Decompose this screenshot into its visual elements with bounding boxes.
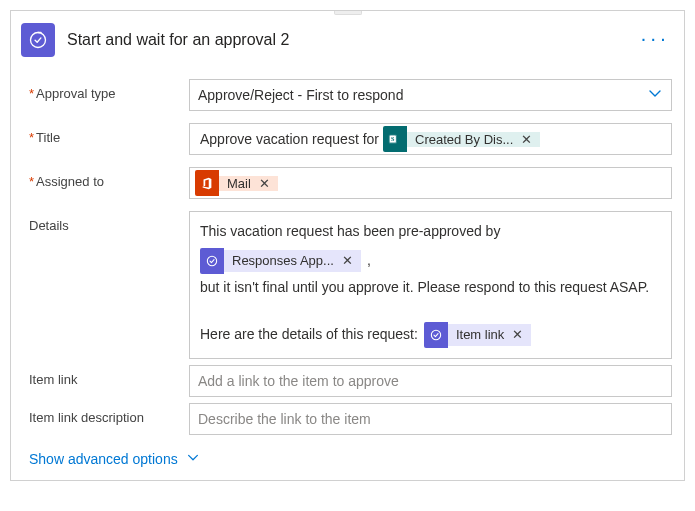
- action-card: Start and wait for an approval 2 · · · A…: [10, 10, 685, 481]
- svg-text:S: S: [391, 136, 395, 142]
- more-menu-button[interactable]: · · ·: [638, 28, 670, 52]
- details-suffix: ,: [367, 249, 371, 273]
- label-approval-type: Approval type: [29, 79, 189, 101]
- token-label: Mail: [219, 176, 257, 191]
- input-approval-type[interactable]: Approve/Reject - First to respond: [189, 79, 672, 111]
- token-label: Created By Dis...: [407, 132, 519, 147]
- input-item-link[interactable]: [189, 365, 672, 397]
- details-text: Here are the details of this request:: [200, 323, 418, 347]
- details-text: but it isn't final until you approve it.…: [200, 276, 649, 300]
- card-title[interactable]: Start and wait for an approval 2: [67, 31, 626, 49]
- token-mail[interactable]: Mail ✕: [195, 170, 278, 196]
- chevron-down-icon: [186, 451, 200, 468]
- svg-point-4: [207, 256, 216, 265]
- token-remove-icon[interactable]: ✕: [340, 250, 361, 272]
- show-advanced-options-button[interactable]: Show advanced options: [29, 451, 200, 468]
- svg-point-5: [431, 330, 440, 339]
- token-responses-app[interactable]: Responses App... ✕: [200, 248, 361, 274]
- title-text: Approve vacation request for: [200, 131, 379, 147]
- label-details: Details: [29, 211, 189, 233]
- input-item-link-desc[interactable]: [189, 403, 672, 435]
- token-created-by[interactable]: S Created By Dis... ✕: [383, 126, 540, 152]
- card-header: Start and wait for an approval 2 · · ·: [11, 15, 684, 67]
- card-body: Approval type Approve/Reject - First to …: [11, 79, 684, 480]
- token-remove-icon[interactable]: ✕: [510, 324, 531, 346]
- input-assigned-to[interactable]: Mail ✕: [189, 167, 672, 199]
- sharepoint-icon: S: [383, 126, 407, 152]
- input-title[interactable]: Approve vacation request for S Created B…: [189, 123, 672, 155]
- token-item-link[interactable]: Item link ✕: [424, 322, 531, 348]
- details-text: This vacation request has been pre-appro…: [200, 220, 500, 244]
- approval-type-value: Approve/Reject - First to respond: [198, 87, 403, 103]
- token-remove-icon[interactable]: ✕: [257, 176, 278, 191]
- approvals-icon: [21, 23, 55, 57]
- approvals-icon: [200, 248, 224, 274]
- token-label: Item link: [448, 324, 510, 346]
- token-remove-icon[interactable]: ✕: [519, 132, 540, 147]
- token-label: Responses App...: [224, 250, 340, 272]
- approvals-icon: [424, 322, 448, 348]
- label-item-link-desc: Item link description: [29, 403, 189, 425]
- item-link-field[interactable]: [198, 367, 663, 395]
- input-details[interactable]: This vacation request has been pre-appro…: [189, 211, 672, 359]
- item-link-desc-field[interactable]: [198, 405, 663, 433]
- chevron-down-icon: [647, 86, 663, 105]
- label-item-link: Item link: [29, 365, 189, 387]
- advanced-label: Show advanced options: [29, 451, 178, 467]
- label-assigned-to: Assigned to: [29, 167, 189, 189]
- svg-point-0: [31, 33, 46, 48]
- label-title: Title: [29, 123, 189, 145]
- office-icon: [195, 170, 219, 196]
